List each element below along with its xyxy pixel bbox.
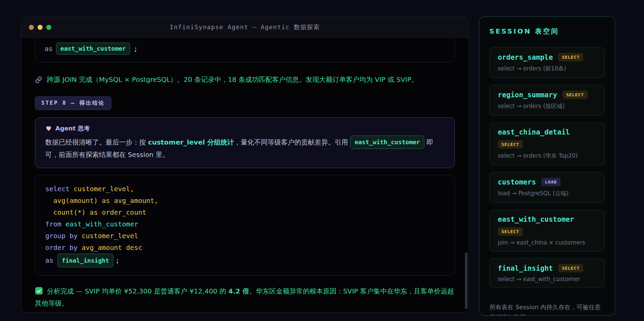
agent-thinking-text: 数据已经很清晰了。最后一步：按 customer_level 分组统计，量化不同… [45, 136, 444, 160]
terminal-content: as east_with_customer ; 跨源 JOIN 完成（MySQL… [21, 38, 469, 313]
table-name: orders_sample [498, 53, 553, 61]
table-badge: SELECT [562, 91, 588, 99]
window-titlebar: InfiniSynapse Agent — Agentic 数据探索 [21, 17, 469, 38]
join-status-text: 跨源 JOIN 完成（MySQL × PostgreSQL）。20 条记录中，1… [47, 75, 418, 84]
scrollbar-thumb[interactable] [465, 253, 468, 309]
sql-token: as [45, 255, 57, 266]
card-title-row: east_china_detail SELECT [498, 128, 596, 149]
sql-token: avg(amount) as avg_amount, [45, 195, 158, 207]
maximize-window-button[interactable] [46, 25, 51, 30]
sql-line: avg(amount) as avg_amount, [45, 195, 444, 207]
table-name: east_with_customer [498, 215, 574, 223]
table-name: east_china_detail [498, 128, 570, 136]
agent-panel-header: Agent 思考 [45, 124, 444, 132]
sql-token: ; [133, 44, 138, 54]
sql-line: count(*) as order_count [45, 207, 444, 218]
session-table-card-final_insight[interactable]: final_insight SELECT select → east_with_… [489, 258, 605, 288]
sql-line: select customer_level, [45, 183, 444, 195]
table-name: region_summary [498, 91, 557, 99]
link-icon [35, 76, 42, 84]
terminal-window: InfiniSynapse Agent — Agentic 数据探索 as ea… [21, 16, 469, 313]
brain-icon [45, 125, 52, 132]
table-desc: join → east_china × customers [498, 239, 596, 246]
table-desc: select → orders (华东 Top20) [498, 152, 596, 160]
sql-token: group by [45, 230, 82, 242]
thinking-highlight: customer_level 分组统计 [148, 138, 234, 146]
sidebar-footer-note: 所有表在 Session 内持久存在，可被任意后续语句引用。 [489, 302, 605, 316]
sql-line: order by avg_amount desc [45, 242, 444, 254]
card-title-row: customers LOAD [498, 178, 596, 186]
window-title: InfiniSynapse Agent — Agentic 数据探索 [170, 23, 320, 31]
sql-token: east_with_customer [65, 218, 138, 230]
card-title-row: orders_sample SELECT [498, 53, 596, 61]
join-status-row: 跨源 JOIN 完成（MySQL × PostgreSQL）。20 条记录中，1… [35, 75, 455, 84]
table-badge: SELECT [498, 140, 523, 149]
card-title-row: region_summary SELECT [498, 91, 596, 99]
table-name: customers [498, 178, 536, 186]
sql-token: order by [45, 242, 82, 254]
previous-sql-block: as east_with_customer ; [35, 38, 455, 62]
sql-token: from [45, 218, 65, 230]
session-table-card-orders_sample[interactable]: orders_sample SELECT select → orders (前1… [489, 47, 605, 78]
table-desc: load → PostgreSQL (云端) [498, 190, 596, 197]
thinking-text-part: ，量化不同等级客户的贡献差异。引用 [234, 138, 350, 146]
close-window-button[interactable] [29, 25, 34, 30]
step-badge: STEP 8 — 得出结论 [35, 96, 111, 110]
session-table-card-region_summary[interactable]: region_summary SELECT select → orders (按… [489, 85, 605, 116]
sql-token: customer_level [82, 230, 138, 242]
sql-line: group by customer_level [45, 230, 444, 242]
session-table-card-east_china_detail[interactable]: east_china_detail SELECT select → orders… [489, 122, 605, 165]
card-title-row: east_with_customer SELECT [498, 215, 596, 236]
card-title-row: final_insight SELECT [498, 264, 596, 272]
sql-token: avg_amount desc [82, 242, 142, 254]
check-circle-icon [35, 287, 43, 295]
table-badge: SELECT [498, 227, 523, 236]
traffic-lights [29, 17, 51, 38]
sql-line: from east_with_customer [45, 218, 444, 230]
minimize-window-button[interactable] [38, 25, 43, 30]
table-ref-pill[interactable]: final_insight [57, 254, 113, 267]
sql-token: ; [115, 255, 119, 266]
session-sidebar: SESSION 表空间 orders_sample SELECT select … [479, 16, 615, 316]
table-badge: LOAD [541, 178, 560, 186]
agent-panel-title: Agent 思考 [55, 124, 90, 132]
sql-token: count(*) as order_count [45, 207, 146, 218]
sql-line: as east_with_customer ; [45, 43, 445, 55]
sql-token: as [45, 44, 53, 54]
table-desc: select → orders (前10条) [498, 65, 596, 72]
table-badge: SELECT [558, 53, 583, 61]
session-table-list: orders_sample SELECT select → orders (前1… [489, 47, 605, 288]
sql-token: customer_level, [73, 183, 134, 195]
result-bold-text: 4.2 倍 [228, 287, 249, 295]
thinking-text-part: 数据已经很清晰了。最后一步：按 [45, 138, 148, 146]
sql-line: as final_insight; [45, 254, 444, 267]
session-table-card-customers[interactable]: customers LOAD load → PostgreSQL (云端) [489, 172, 605, 203]
sql-code: select customer_level, avg(amount) as av… [35, 175, 455, 276]
session-table-card-east_with_customer[interactable]: east_with_customer SELECT join → east_ch… [489, 210, 605, 252]
table-desc: select → orders (按区域) [498, 102, 596, 110]
sidebar-title: SESSION 表空间 [489, 27, 605, 36]
table-desc: select → east_with_customer [498, 276, 596, 282]
table-ref-pill[interactable]: east_with_customer [56, 43, 130, 55]
agent-thinking-panel: Agent 思考 数据已经很清晰了。最后一步：按 customer_level … [35, 117, 455, 168]
table-badge: SELECT [558, 264, 583, 272]
sql-token: select [45, 183, 73, 195]
table-ref-pill[interactable]: east_with_customer [350, 136, 424, 149]
result-text-part: 分析完成 — SVIP 均单价 ¥52,300 是普通客户 ¥12,400 的 [47, 287, 228, 295]
analysis-result-row: 分析完成 — SVIP 均单价 ¥52,300 是普通客户 ¥12,400 的 … [35, 285, 455, 309]
table-name: final_insight [498, 264, 553, 272]
